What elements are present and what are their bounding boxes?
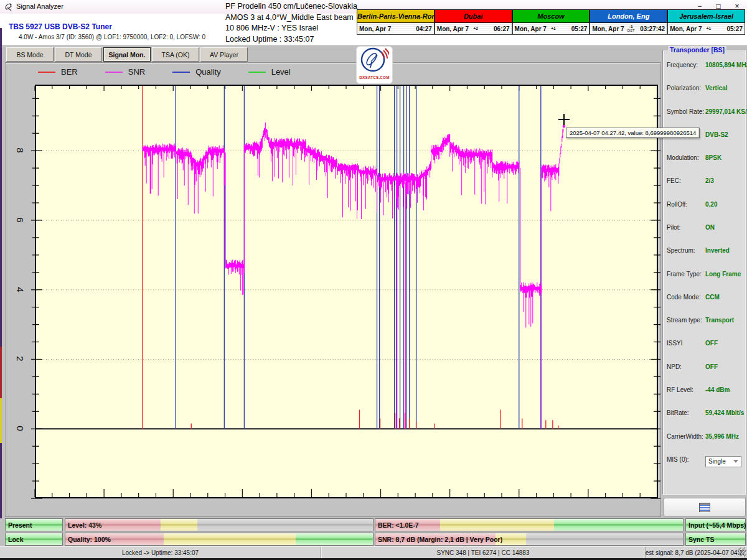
dxsatcs-logo: DXSATCS.COM — [356, 46, 393, 84]
clock-moscow: MoscowMon, Apr 7+105:27 — [512, 9, 590, 35]
clock-utc-offset: +1 — [548, 27, 558, 31]
meter-bar: Sync TS — [685, 533, 746, 546]
clock-date: Mon, Apr 7 — [515, 26, 547, 32]
transponder-label: RF Level: — [667, 386, 705, 393]
transponder-row: Pilot:ON — [663, 224, 745, 231]
clock-time: 04:27 — [416, 26, 432, 32]
transponder-value: 0.20 — [705, 201, 717, 208]
y-tick-label: 6 — [15, 212, 26, 228]
legend-label: Quality — [195, 67, 220, 77]
site-info: PF Prodelin 450 cm/Lučenec-Slovakia AMOS… — [225, 1, 357, 45]
transponder-row: Modulation:8PSK — [663, 154, 745, 161]
transponder-label: FEC: — [667, 177, 705, 184]
clock-berlin-paris-vienna-roma: Berlin-Paris-Vienna-RomaMon, Apr 704:27 — [357, 9, 435, 35]
transponder-row: Polarization:Vertical — [663, 85, 745, 91]
meter-bar: Lock — [5, 533, 63, 546]
meter-bar: Present — [5, 518, 63, 531]
transponder-label: CarrierWidth: — [667, 433, 705, 440]
tab-bs-mode[interactable]: BS Mode — [6, 47, 54, 62]
tab-strip: BS ModeDT ModeSignal Mon.TSA (OK)AV Play… — [6, 47, 248, 62]
transponder-row: BitRate:59,424 Mbit/s — [663, 409, 745, 416]
transponder-value: Long Frame — [705, 271, 741, 278]
transponder-value: OFF — [705, 363, 718, 370]
statusbar-section: Best signal: 8,7 dB (2025-04-07 04:23) — [646, 547, 745, 559]
site-line-4: Locked Uptime : 33:45:07 — [225, 34, 357, 45]
meter-segment-gray — [526, 533, 683, 545]
legend-item-ber: BER — [38, 67, 78, 77]
clock-jerusalem-israel: Jerusalem-IsraelMon, Apr 7+105:27 — [667, 9, 745, 35]
statusbar-section: SYNC 348 | TEI 6274 | CC 14883 — [321, 547, 646, 559]
chart-capture-button[interactable] — [664, 498, 746, 516]
clock-time: 05:27 — [726, 26, 743, 32]
transponder-value: Transport — [705, 317, 734, 324]
clock-time-row: Mon, Apr 7+105:27 — [512, 23, 590, 35]
clock-date: Mon, Apr 7 — [359, 26, 391, 32]
legend-label: SNR — [128, 67, 145, 77]
clock-time-row: Mon, Apr 7-1DST03:27:42 — [590, 23, 667, 35]
clock-time-row: Mon, Apr 704:27 — [357, 23, 435, 35]
y-tick-label: 8 — [15, 142, 26, 159]
meter-segment-yellow — [161, 519, 197, 531]
legend-label: BER — [61, 67, 78, 77]
site-line-1: PF Prodelin 450 cm/Lučenec-Slovakia — [225, 1, 357, 12]
transponder-value: DVB-S2 — [705, 131, 728, 138]
offset-value: +2 — [471, 27, 481, 31]
site-line-2: AMOS 3 at 4,0°W_Middle East beam — [225, 12, 357, 24]
meter-bar: BER: <1.0E-7 — [375, 518, 684, 531]
offset-value: +1 — [548, 27, 558, 31]
left-edge-strip — [0, 347, 2, 398]
meter-label: Quality: 100% — [68, 536, 111, 543]
y-axis-labels: 02468 — [12, 85, 28, 498]
transponder-label: Code Mode: — [667, 294, 705, 301]
transponder-row: Frame Type:Long Frame — [663, 271, 745, 278]
meter-segment-yellow — [440, 519, 554, 531]
satellite-dish-icon — [360, 47, 389, 74]
legend-line-swatch — [105, 72, 123, 73]
legend-label: Level — [271, 67, 291, 77]
tab-dt-mode[interactable]: DT Mode — [55, 47, 102, 62]
transponder-value: 59,424 Mbit/s — [705, 409, 744, 416]
left-edge-strip — [0, 443, 2, 518]
transponder-rows: Frequency:10805,894 MHzPolarization:Vert… — [663, 57, 745, 467]
site-line-3: 10 806 MHz-V : YES Israel — [225, 23, 357, 34]
signal-plot[interactable]: 2025-04-07 04.27.42, value: 8,6999998092… — [35, 85, 658, 498]
window-title: Signal Analyzer — [16, 2, 63, 10]
tab-signal-mon-[interactable]: Signal Mon. — [103, 47, 151, 62]
tuner-title: TBS 5927 USB DVB-S2 Tuner — [9, 22, 112, 31]
tuner-subtitle: 4.0W - Amos 3/7 (ID: 3560) @ LOF1: 97500… — [19, 34, 205, 40]
statusbar: Locked -> Uptime: 33:45:07SYNC 348 | TEI… — [0, 546, 747, 559]
y-tick-label: 2 — [15, 351, 26, 367]
tab-tsa-ok-[interactable]: TSA (OK) — [152, 47, 199, 62]
transponder-label: Polarization: — [667, 85, 705, 91]
transponder-value: CCM — [705, 294, 720, 301]
logo-text: DXSATCS.COM — [357, 75, 392, 80]
mis-dropdown[interactable]: Single — [705, 456, 741, 467]
transponder-row: RF Level:-44 dBm — [663, 386, 745, 393]
transponder-label: Frequency: — [667, 62, 705, 68]
tab-av-player[interactable]: AV Player — [200, 47, 248, 62]
value-tooltip: 2025-04-07 04.27.42, value: 8,6999998092… — [566, 128, 700, 138]
clock-time: 05:27 — [571, 26, 588, 32]
y-tick-label: 0 — [15, 421, 26, 437]
clock-dubai: DubaiMon, Apr 7+206:27 — [435, 9, 512, 35]
clock-date: Mon, Apr 7 — [670, 26, 702, 32]
clock-time: 06:27 — [494, 26, 510, 32]
meter-segment-green — [296, 533, 373, 545]
transponder-label: Modulation: — [667, 154, 705, 161]
clock-city-label: Jerusalem-Israel — [667, 9, 745, 23]
transponder-row: ISSYIOFF — [663, 340, 745, 347]
transponder-row: FEC:2/3 — [663, 177, 745, 184]
meter-bar: Level: 43% — [65, 518, 374, 531]
transponder-row: Spectrum:Inverted — [663, 247, 745, 254]
transponder-title: Transponder [BS] — [668, 46, 726, 54]
transponder-value: 29997,014 KS/s — [705, 108, 747, 115]
meter-segment-green — [554, 519, 683, 531]
clock-time: 03:27:42 — [640, 26, 665, 32]
transponder-value: -44 dBm — [705, 386, 730, 393]
transponder-value: 2/3 — [705, 177, 714, 184]
meter-bar: Quality: 100% — [65, 533, 374, 546]
clock-time-row: Mon, Apr 7+206:27 — [435, 23, 512, 35]
resize-grip[interactable] — [738, 548, 746, 556]
legend-line-swatch — [172, 72, 190, 73]
meter-segment-yellow — [164, 533, 296, 545]
